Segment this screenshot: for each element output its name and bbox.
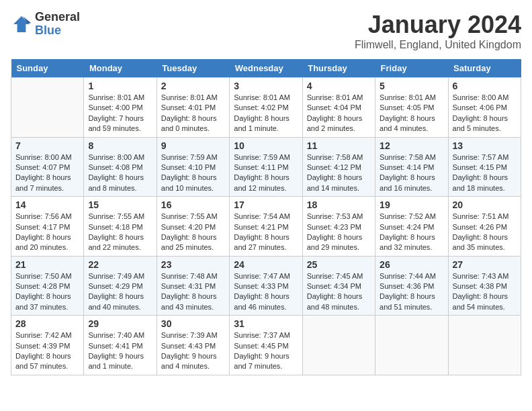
calendar-cell: 23Sunrise: 7:48 AM Sunset: 4:31 PM Dayli…: [157, 256, 229, 316]
day-number: 23: [161, 259, 225, 270]
day-info: Sunrise: 7:57 AM Sunset: 4:15 PM Dayligh…: [453, 152, 517, 194]
day-number: 25: [307, 259, 371, 270]
day-number: 15: [88, 199, 152, 210]
calendar-cell: 13Sunrise: 7:57 AM Sunset: 4:15 PM Dayli…: [448, 137, 521, 197]
day-info: Sunrise: 7:58 AM Sunset: 4:12 PM Dayligh…: [307, 152, 371, 194]
day-number: 19: [380, 199, 443, 210]
day-number: 2: [161, 81, 225, 91]
logo-text: General Blue: [35, 11, 80, 38]
logo-icon: [11, 13, 32, 35]
weekday-header-sunday: Sunday: [11, 59, 84, 78]
day-info: Sunrise: 7:55 AM Sunset: 4:20 PM Dayligh…: [161, 212, 225, 253]
day-info: Sunrise: 7:47 AM Sunset: 4:33 PM Dayligh…: [234, 271, 298, 313]
day-number: 27: [453, 259, 517, 270]
weekday-header-thursday: Thursday: [302, 59, 375, 78]
calendar-cell: 18Sunrise: 7:53 AM Sunset: 4:23 PM Dayli…: [302, 197, 375, 257]
day-number: 16: [161, 199, 225, 210]
calendar-cell: [11, 78, 84, 138]
calendar-cell: 2Sunrise: 8:01 AM Sunset: 4:01 PM Daylig…: [157, 78, 229, 138]
calendar-cell: 6Sunrise: 8:00 AM Sunset: 4:06 PM Daylig…: [448, 78, 521, 138]
calendar-cell: 8Sunrise: 8:00 AM Sunset: 4:08 PM Daylig…: [84, 137, 157, 197]
day-number: 6: [453, 81, 517, 91]
day-number: 3: [234, 81, 298, 91]
weekday-header-saturday: Saturday: [448, 59, 521, 78]
day-number: 22: [88, 259, 152, 270]
weekday-header-row: SundayMondayTuesdayWednesdayThursdayFrid…: [11, 59, 521, 78]
calendar-cell: 4Sunrise: 8:01 AM Sunset: 4:04 PM Daylig…: [302, 78, 375, 138]
calendar-cell: 24Sunrise: 7:47 AM Sunset: 4:33 PM Dayli…: [230, 256, 302, 316]
day-number: 10: [234, 140, 298, 151]
calendar-week-row: 14Sunrise: 7:56 AM Sunset: 4:17 PM Dayli…: [11, 197, 521, 257]
day-info: Sunrise: 7:42 AM Sunset: 4:39 PM Dayligh…: [15, 330, 79, 372]
calendar-cell: 3Sunrise: 8:01 AM Sunset: 4:02 PM Daylig…: [230, 78, 302, 138]
calendar-cell: 17Sunrise: 7:54 AM Sunset: 4:21 PM Dayli…: [230, 197, 302, 257]
day-number: 9: [161, 140, 225, 151]
calendar-week-row: 1Sunrise: 8:01 AM Sunset: 4:00 PM Daylig…: [11, 78, 521, 138]
calendar-cell: 31Sunrise: 7:37 AM Sunset: 4:45 PM Dayli…: [230, 316, 302, 375]
svg-marker-0: [13, 16, 30, 32]
day-info: Sunrise: 7:52 AM Sunset: 4:24 PM Dayligh…: [380, 212, 443, 253]
calendar-cell: 26Sunrise: 7:44 AM Sunset: 4:36 PM Dayli…: [375, 256, 448, 316]
day-number: 20: [453, 199, 517, 210]
day-info: Sunrise: 7:56 AM Sunset: 4:17 PM Dayligh…: [15, 212, 79, 253]
calendar-cell: [448, 316, 521, 375]
month-title: January 2024: [355, 11, 521, 39]
day-info: Sunrise: 7:44 AM Sunset: 4:36 PM Dayligh…: [380, 271, 443, 313]
day-number: 28: [15, 318, 79, 329]
calendar-cell: 27Sunrise: 7:43 AM Sunset: 4:38 PM Dayli…: [448, 256, 521, 316]
calendar-cell: 22Sunrise: 7:49 AM Sunset: 4:29 PM Dayli…: [84, 256, 157, 316]
weekday-header-wednesday: Wednesday: [230, 59, 302, 78]
calendar-cell: 16Sunrise: 7:55 AM Sunset: 4:20 PM Dayli…: [157, 197, 229, 257]
calendar-cell: 20Sunrise: 7:51 AM Sunset: 4:26 PM Dayli…: [448, 197, 521, 257]
weekday-header-tuesday: Tuesday: [157, 59, 229, 78]
calendar-cell: [302, 316, 375, 375]
day-info: Sunrise: 7:53 AM Sunset: 4:23 PM Dayligh…: [307, 212, 371, 253]
day-info: Sunrise: 8:00 AM Sunset: 4:06 PM Dayligh…: [453, 93, 517, 134]
calendar-cell: 28Sunrise: 7:42 AM Sunset: 4:39 PM Dayli…: [11, 316, 84, 375]
calendar-week-row: 21Sunrise: 7:50 AM Sunset: 4:28 PM Dayli…: [11, 256, 521, 316]
day-number: 17: [234, 199, 298, 210]
day-number: 18: [307, 199, 371, 210]
day-number: 7: [15, 140, 79, 151]
weekday-header-monday: Monday: [84, 59, 157, 78]
day-info: Sunrise: 8:01 AM Sunset: 4:01 PM Dayligh…: [161, 93, 225, 134]
day-number: 12: [380, 140, 443, 151]
day-info: Sunrise: 7:50 AM Sunset: 4:28 PM Dayligh…: [15, 271, 79, 313]
calendar-cell: 10Sunrise: 7:59 AM Sunset: 4:11 PM Dayli…: [230, 137, 302, 197]
day-info: Sunrise: 8:01 AM Sunset: 4:04 PM Dayligh…: [307, 93, 371, 134]
day-info: Sunrise: 7:51 AM Sunset: 4:26 PM Dayligh…: [453, 212, 517, 253]
day-number: 26: [380, 259, 443, 270]
calendar-cell: 19Sunrise: 7:52 AM Sunset: 4:24 PM Dayli…: [375, 197, 448, 257]
calendar-table: SundayMondayTuesdayWednesdayThursdayFrid…: [11, 59, 521, 375]
page-header: General Blue January 2024 Flimwell, Engl…: [11, 11, 521, 51]
day-info: Sunrise: 7:39 AM Sunset: 4:43 PM Dayligh…: [161, 330, 225, 372]
day-info: Sunrise: 7:49 AM Sunset: 4:29 PM Dayligh…: [88, 271, 152, 313]
calendar-week-row: 28Sunrise: 7:42 AM Sunset: 4:39 PM Dayli…: [11, 316, 521, 375]
day-info: Sunrise: 8:00 AM Sunset: 4:08 PM Dayligh…: [88, 152, 152, 194]
day-number: 24: [234, 259, 298, 270]
calendar-cell: 12Sunrise: 7:58 AM Sunset: 4:14 PM Dayli…: [375, 137, 448, 197]
calendar-cell: 7Sunrise: 8:00 AM Sunset: 4:07 PM Daylig…: [11, 137, 84, 197]
day-number: 30: [161, 318, 225, 329]
calendar-cell: 29Sunrise: 7:40 AM Sunset: 4:41 PM Dayli…: [84, 316, 157, 375]
day-number: 11: [307, 140, 371, 151]
day-info: Sunrise: 8:01 AM Sunset: 4:02 PM Dayligh…: [234, 93, 298, 134]
day-number: 21: [15, 259, 79, 270]
day-number: 14: [15, 199, 79, 210]
calendar-cell: 11Sunrise: 7:58 AM Sunset: 4:12 PM Dayli…: [302, 137, 375, 197]
calendar-cell: 9Sunrise: 7:59 AM Sunset: 4:10 PM Daylig…: [157, 137, 229, 197]
day-info: Sunrise: 7:45 AM Sunset: 4:34 PM Dayligh…: [307, 271, 371, 313]
day-number: 4: [307, 81, 371, 91]
calendar-cell: 21Sunrise: 7:50 AM Sunset: 4:28 PM Dayli…: [11, 256, 84, 316]
calendar-cell: 25Sunrise: 7:45 AM Sunset: 4:34 PM Dayli…: [302, 256, 375, 316]
title-block: January 2024 Flimwell, England, United K…: [355, 11, 521, 51]
day-number: 5: [380, 81, 443, 91]
location-text: Flimwell, England, United Kingdom: [355, 39, 521, 51]
day-info: Sunrise: 7:37 AM Sunset: 4:45 PM Dayligh…: [234, 330, 298, 372]
calendar-cell: 30Sunrise: 7:39 AM Sunset: 4:43 PM Dayli…: [157, 316, 229, 375]
day-number: 13: [453, 140, 517, 151]
logo-general-text: General: [35, 11, 80, 24]
logo: General Blue: [11, 11, 80, 38]
day-number: 8: [88, 140, 152, 151]
day-info: Sunrise: 8:01 AM Sunset: 4:05 PM Dayligh…: [380, 93, 443, 134]
